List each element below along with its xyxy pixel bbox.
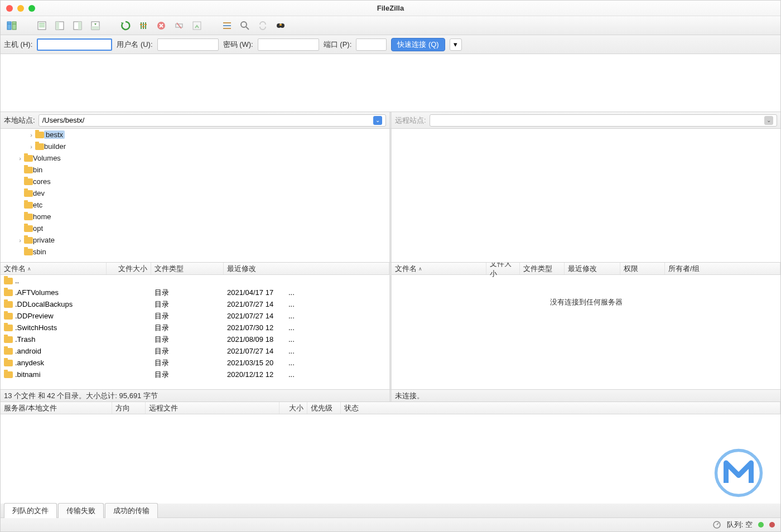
list-item[interactable]: .DDLocalBackups目录2021/07/27 14... [1, 298, 389, 310]
queue-body[interactable] [1, 414, 780, 504]
tree-label: bestx [44, 130, 65, 139]
file-dots: ... [285, 370, 298, 379]
local-file-list[interactable]: ...AFTVolumes目录2021/04/17 17....DDLocalB… [1, 275, 389, 389]
username-input[interactable] [157, 38, 219, 51]
folder-icon [24, 202, 33, 209]
tree-item[interactable]: opt [1, 223, 389, 234]
folder-icon [35, 132, 44, 138]
list-item[interactable]: .bitnami目录2020/12/12 12... [1, 369, 389, 380]
remote-path-combo[interactable]: ⌄ [430, 114, 777, 127]
col-server: 服务器/本地文件 [1, 402, 112, 414]
tab-queued[interactable]: 列队的文件 [4, 503, 57, 518]
tree-item[interactable]: ›private [1, 234, 389, 246]
remote-list-header[interactable]: 文件名∧ 文件大小 文件类型 最近修改 权限 所有者/组 [392, 263, 780, 275]
file-name: .SwitchHosts [15, 323, 57, 332]
port-input[interactable] [356, 38, 387, 51]
remote-file-list[interactable]: 没有连接到任何服务器 [392, 275, 780, 389]
tree-item[interactable]: sbin [1, 246, 389, 258]
quickconnect-bar: 主机 (H): 用户名 (U): 密码 (W): 端口 (P): 快速连接 (Q… [1, 35, 780, 54]
toolbar [1, 16, 780, 35]
speed-limit-icon[interactable] [712, 520, 721, 529]
folder-icon [4, 348, 13, 355]
toggle-queue-button[interactable] [88, 18, 103, 33]
file-name: .. [15, 277, 19, 285]
file-modified: 2021/08/09 18 [224, 335, 285, 344]
svg-rect-9 [56, 22, 59, 30]
cancel-button[interactable] [153, 18, 169, 33]
sync-browse-button[interactable] [255, 18, 271, 33]
directory-compare-button[interactable] [237, 18, 253, 33]
toggle-local-tree-button[interactable] [52, 18, 68, 33]
tree-item[interactable]: ›bestx [1, 129, 389, 141]
tree-label: etc [33, 201, 42, 209]
password-label: 密码 (W): [223, 40, 253, 50]
local-path-combo[interactable]: /Users/bestx/ ⌄ [38, 114, 386, 127]
col-type: 文件类型 [523, 264, 552, 274]
svg-line-24 [246, 27, 249, 30]
list-item[interactable]: .Trash目录2021/08/09 18... [1, 333, 389, 345]
list-item[interactable]: .SwitchHosts目录2021/07/30 12... [1, 322, 389, 333]
toggle-log-button[interactable] [34, 18, 50, 33]
list-item[interactable]: .. [1, 275, 389, 287]
tree-label: Volumes [33, 154, 61, 162]
remote-tree[interactable] [392, 129, 780, 262]
local-tree[interactable]: ›bestx›builder›Volumesbincoresdevetchome… [1, 129, 392, 262]
tab-success[interactable]: 成功的传输 [105, 503, 158, 518]
host-input[interactable] [37, 38, 112, 51]
queue-header[interactable]: 服务器/本地文件 方向 远程文件 大小 优先级 状态 [1, 402, 780, 414]
quickconnect-history-button[interactable]: ▾ [450, 38, 462, 51]
site-manager-button[interactable] [4, 18, 20, 33]
tree-item[interactable]: bin [1, 164, 389, 176]
reconnect-button[interactable] [189, 18, 205, 33]
list-item[interactable]: .android目录2021/07/27 14... [1, 345, 389, 357]
list-item[interactable]: .DDPreview目录2021/07/27 14... [1, 310, 389, 322]
svg-rect-1 [12, 22, 16, 30]
toggle-remote-tree-button[interactable] [70, 18, 85, 33]
quickconnect-button[interactable]: 快速连接 (Q) [391, 38, 445, 51]
tree-label: dev [33, 189, 45, 197]
tree-item[interactable]: dev [1, 187, 389, 199]
file-type: 目录 [151, 299, 224, 309]
col-type: 文件类型 [155, 264, 184, 274]
file-modified: 2021/04/17 17 [224, 288, 285, 297]
filter-button[interactable] [219, 18, 235, 33]
not-connected-message: 没有连接到任何服务器 [392, 275, 780, 307]
remote-status: 未连接。 [392, 390, 780, 402]
folder-icon [24, 237, 33, 244]
remote-site-label: 远程站点: [395, 115, 426, 125]
col-name: 文件名 [395, 264, 417, 274]
list-item[interactable]: .anydesk目录2021/03/15 20... [1, 357, 389, 369]
col-name: 文件名 [4, 264, 26, 274]
message-log[interactable] [1, 54, 780, 112]
watermark-icon [713, 448, 764, 498]
expand-icon[interactable]: › [27, 132, 35, 138]
folder-icon [24, 225, 33, 232]
tree-item[interactable]: etc [1, 199, 389, 211]
process-queue-button[interactable] [136, 18, 151, 33]
tree-item[interactable]: ›Volumes [1, 152, 389, 164]
col-priority: 优先级 [307, 402, 341, 414]
password-input[interactable] [258, 38, 319, 51]
search-button[interactable] [273, 18, 288, 33]
tab-failed[interactable]: 传输失败 [58, 503, 104, 518]
svg-point-23 [241, 22, 247, 27]
tree-label: private [33, 236, 55, 244]
tree-item[interactable]: cores [1, 176, 389, 187]
folder-icon [4, 301, 13, 308]
expand-icon[interactable]: › [16, 237, 24, 244]
local-list-header[interactable]: 文件名∧ 文件大小 文件类型 最近修改 [1, 263, 389, 275]
activity-led-recv [758, 522, 764, 528]
refresh-button[interactable] [118, 18, 133, 33]
expand-icon[interactable]: › [16, 155, 24, 162]
file-modified: 2020/12/12 12 [224, 370, 285, 379]
tree-item[interactable]: ›builder [1, 141, 389, 152]
col-status: 状态 [341, 402, 780, 414]
folder-icon [24, 214, 33, 220]
file-name: .bitnami [15, 370, 41, 379]
local-path: /Users/bestx/ [42, 116, 85, 124]
list-item[interactable]: .AFTVolumes目录2021/04/17 17... [1, 287, 389, 298]
tree-item[interactable]: home [1, 211, 389, 223]
expand-icon[interactable]: › [27, 143, 35, 150]
disconnect-button[interactable] [171, 18, 187, 33]
file-dots: ... [285, 359, 298, 367]
